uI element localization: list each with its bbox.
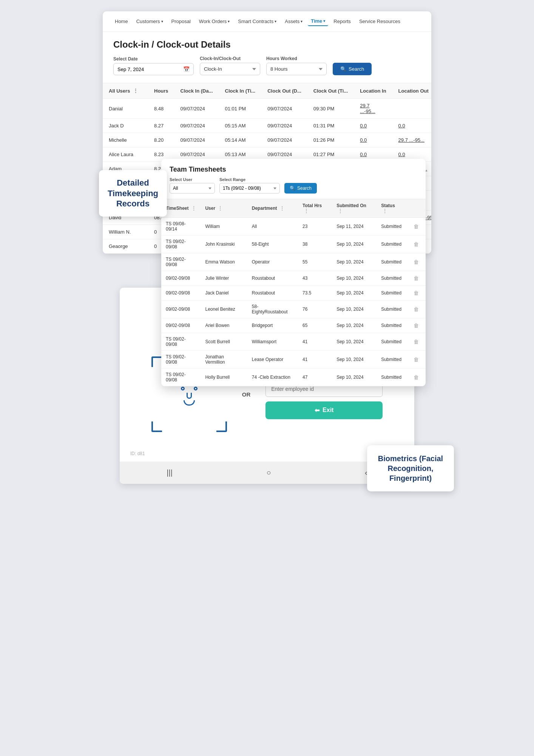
cell-clock-out-time: 09:30 PM (307, 99, 354, 119)
team-user-filter: Select User All (170, 177, 215, 194)
search-button[interactable]: 🔍 Search (333, 63, 372, 75)
team-cell-delete[interactable]: 🗑 (407, 333, 426, 351)
team-cell-delete[interactable]: 🗑 (407, 218, 426, 235)
clock-filter-label: Clock-In/Clock-Out (200, 56, 260, 61)
cell-clock-in-time: 01:01 PM (219, 99, 262, 119)
nav-work-orders[interactable]: Work Orders ▾ (196, 17, 233, 26)
nav-customers[interactable]: Customers ▾ (133, 17, 166, 26)
delete-button[interactable]: 🗑 (411, 356, 421, 363)
mobile-home-icon[interactable]: ○ (255, 467, 282, 479)
team-cell-department: 58-Eight (247, 235, 298, 253)
team-filter-row: Select User All Select Range 1Ts (09/02 … (161, 177, 426, 199)
team-cell-delete[interactable]: 🗑 (407, 301, 426, 318)
biometrics-label: Biometrics (Facial Recognition, Fingerpr… (367, 445, 454, 491)
clock-type-select[interactable]: Clock-In (200, 63, 260, 75)
team-table-row: 09/02-09/08 Julie Winter Roustabout 43 S… (161, 271, 426, 286)
nav-time[interactable]: Time ▾ (308, 17, 328, 26)
team-cell-total-hrs: 47 (298, 369, 332, 386)
dept-col-menu-icon[interactable]: ⋮ (280, 206, 284, 211)
team-cell-total-hrs: 41 (298, 333, 332, 351)
team-cell-total-hrs: 76 (298, 301, 332, 318)
team-cell-total-hrs: 65 (298, 318, 332, 333)
team-cell-submitted-on: Sep 10, 2024 (332, 318, 377, 333)
submitted-col-menu-icon[interactable]: ⋮ (338, 208, 343, 214)
hours-select[interactable]: 8 Hours (266, 63, 327, 75)
col-clock-out-date: Clock Out (D... (261, 83, 307, 99)
nav-proposal[interactable]: Proposal (168, 17, 194, 26)
table-row: Danial 8.48 09/07/2024 01:01 PM 09/07/20… (103, 99, 431, 119)
team-user-select[interactable]: All (170, 183, 215, 194)
delete-button[interactable]: 🗑 (411, 373, 421, 381)
corner-bottom-left (151, 421, 162, 432)
users-menu-icon[interactable]: ⋮ (133, 88, 138, 94)
delete-button[interactable]: 🗑 (411, 305, 421, 313)
user-col-menu-icon[interactable]: ⋮ (218, 206, 222, 211)
team-cell-delete[interactable]: 🗑 (407, 369, 426, 386)
team-cell-timesheet: TS 09/02-09/08 (161, 235, 201, 253)
nav-reports[interactable]: Reports (330, 17, 354, 26)
team-cell-delete[interactable]: 🗑 (407, 318, 426, 333)
work-orders-chevron-icon: ▾ (228, 19, 230, 23)
team-cell-user: Ariel Bowen (201, 318, 247, 333)
team-col-submitted-on: Submitted On ⋮ (332, 199, 377, 218)
cell-location-out[interactable]: 0.0 (392, 119, 431, 133)
delete-button[interactable]: 🗑 (411, 274, 421, 282)
cell-clock-out-time: 01:26 PM (307, 133, 354, 147)
team-cell-submitted-on: Sep 10, 2024 (332, 351, 377, 369)
team-cell-submitted-on: Sep 10, 2024 (332, 235, 377, 253)
team-cell-user: Holly Burrell (201, 369, 247, 386)
delete-button[interactable]: 🗑 (411, 322, 421, 329)
team-cell-delete[interactable]: 🗑 (407, 351, 426, 369)
mobile-menu-icon[interactable]: ||| (155, 467, 184, 479)
team-table-row: TS 09/08-09/14 William All 23 Sep 11, 20… (161, 218, 426, 235)
hrs-col-menu-icon[interactable]: ⋮ (304, 208, 309, 214)
timesheet-col-menu-icon[interactable]: ⋮ (191, 206, 196, 211)
delete-button[interactable]: 🗑 (411, 258, 421, 266)
team-cell-delete[interactable]: 🗑 (407, 286, 426, 301)
team-cell-department: Bridgeport (247, 318, 298, 333)
status-col-menu-icon[interactable]: ⋮ (383, 208, 387, 214)
team-cell-submitted-on: Sep 10, 2024 (332, 333, 377, 351)
nav-service-resources[interactable]: Service Resources (356, 17, 403, 26)
cell-location-out[interactable]: 29.7 ...-95... (392, 133, 431, 147)
team-cell-submitted-on: Sep 10, 2024 (332, 286, 377, 301)
cell-location-in[interactable]: 0.0 (354, 119, 392, 133)
team-search-button[interactable]: 🔍 Search (284, 183, 317, 194)
cell-location-in[interactable]: 29.7 ...-95... (354, 99, 392, 119)
nav-assets[interactable]: Assets ▾ (282, 17, 306, 26)
nav-smart-contracts[interactable]: Smart Contracts ▾ (235, 17, 279, 26)
team-cell-timesheet: TS 09/02-09/08 (161, 351, 201, 369)
team-cell-timesheet: 09/02-09/08 (161, 286, 201, 301)
team-timesheets-table: TimeSheet ⋮ User ⋮ Department ⋮ Total (161, 199, 426, 386)
team-cell-delete[interactable]: 🗑 (407, 271, 426, 286)
hours-filter-group: Hours Worked 8 Hours (266, 56, 327, 75)
or-divider: OR (242, 391, 251, 398)
face-eyes (181, 387, 198, 390)
delete-button[interactable]: 🗑 (411, 223, 421, 230)
date-input[interactable] (117, 67, 181, 72)
team-table-row: 09/02-09/08 Leonel Benitez 58-EightyRous… (161, 301, 426, 318)
cell-location-out (392, 99, 431, 119)
delete-button[interactable]: 🗑 (411, 338, 421, 345)
cell-hours: 8.48 (148, 99, 174, 119)
delete-button[interactable]: 🗑 (411, 240, 421, 248)
date-input-wrap[interactable]: 📅 (113, 63, 194, 75)
team-cell-user: Jonathan Vermillion (201, 351, 247, 369)
delete-button[interactable]: 🗑 (411, 289, 421, 297)
team-cell-department: Lease Operator (247, 351, 298, 369)
team-cell-delete[interactable]: 🗑 (407, 253, 426, 271)
team-cell-delete[interactable]: 🗑 (407, 235, 426, 253)
biometrics-label-text: Biometrics (Facial Recognition, Fingerpr… (378, 454, 443, 482)
corner-bottom-right (216, 421, 227, 432)
nav-home[interactable]: Home (112, 17, 131, 26)
col-hours: Hours (148, 83, 174, 99)
filter-row: Select Date 📅 Clock-In/Clock-Out Clock-I… (103, 56, 431, 83)
cell-user: Michelle (103, 133, 148, 147)
team-range-select[interactable]: 1Ts (09/02 - 09/08) (219, 183, 280, 194)
cell-location-in[interactable]: 0.0 (354, 133, 392, 147)
exit-button[interactable]: ⬅ Exit (265, 401, 383, 419)
team-cell-user: Leonel Benitez (201, 301, 247, 318)
cell-user: Geaorge (103, 239, 148, 254)
calendar-icon[interactable]: 📅 (183, 66, 190, 72)
team-cell-status: Submitted (377, 286, 407, 301)
